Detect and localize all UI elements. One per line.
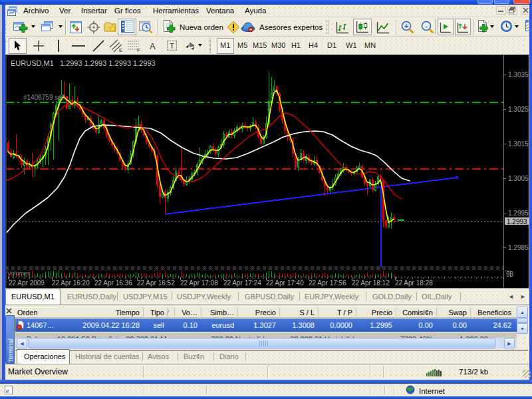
svg-text:22 Apr 16:52: 22 Apr 16:52 bbox=[137, 279, 175, 287]
svg-text:22 Apr 18:28: 22 Apr 18:28 bbox=[395, 279, 433, 287]
svg-text:+: + bbox=[404, 22, 408, 30]
svg-text:Volumes: Volumes bbox=[7, 270, 31, 277]
svg-text:22 Apr 16:36: 22 Apr 16:36 bbox=[94, 279, 132, 287]
svg-text:1.3025: 1.3025 bbox=[508, 106, 529, 113]
svg-text:93: 93 bbox=[506, 271, 514, 278]
svg-text:22 Apr 16:20: 22 Apr 16:20 bbox=[52, 279, 90, 287]
svg-text:22 Apr 17:08: 22 Apr 17:08 bbox=[180, 279, 218, 287]
svg-text:22 Apr 17:24: 22 Apr 17:24 bbox=[223, 279, 261, 287]
svg-text:22 Apr 18:12: 22 Apr 18:12 bbox=[352, 279, 390, 287]
svg-text:22 Apr 2009: 22 Apr 2009 bbox=[9, 279, 45, 287]
svg-text:22 Apr 17:40: 22 Apr 17:40 bbox=[266, 279, 304, 287]
svg-text:e: e bbox=[6, 387, 9, 394]
svg-text:1.3015: 1.3015 bbox=[508, 140, 529, 148]
svg-text:#1406759 sell: #1406759 sell bbox=[23, 94, 65, 101]
svg-text:1.3035: 1.3035 bbox=[508, 71, 529, 78]
svg-text:Terminal: Terminal bbox=[7, 338, 14, 362]
svg-text:E: E bbox=[119, 47, 122, 53]
svg-text:1.2985: 1.2985 bbox=[508, 244, 529, 251]
svg-text:1.3005: 1.3005 bbox=[508, 175, 529, 182]
svg-text:1.2993: 1.2993 bbox=[507, 218, 527, 225]
svg-text:F: F bbox=[137, 47, 140, 53]
svg-text:22 Apr 17:56: 22 Apr 17:56 bbox=[309, 279, 346, 287]
svg-text:EURUSD,M1 1.2993 1.2993 1.29: EURUSD,M1 1.2993 1.2993 1.2993 1.2993 bbox=[11, 59, 156, 67]
svg-text:1.2995: 1.2995 bbox=[508, 209, 529, 217]
svg-text:-: - bbox=[425, 22, 428, 30]
